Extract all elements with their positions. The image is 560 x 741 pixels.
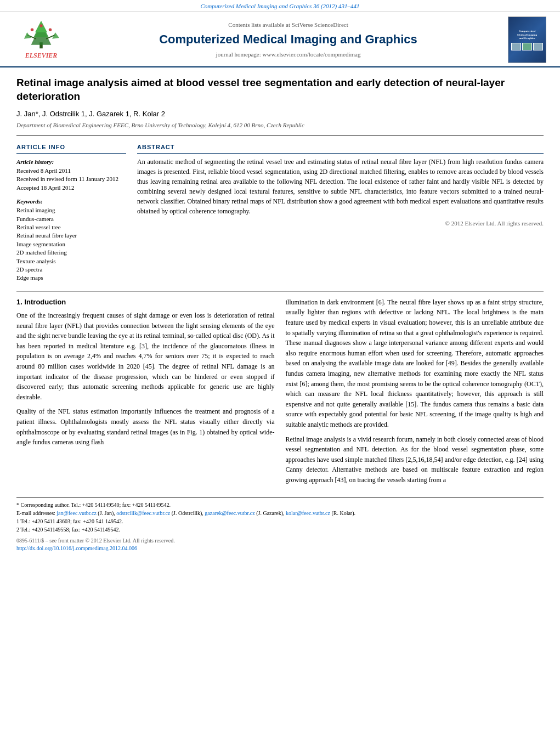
keyword-7: Texture analysis [16,257,126,265]
intro-para-2: Quality of the NFL status estimation imp… [16,406,275,447]
keyword-6: 2D matched filtering [16,248,126,257]
keywords-section: Keywords: Retinal imaging Fundus-camera … [16,196,126,282]
keyword-2: Fundus-camera [16,215,126,223]
cover-title-text: ComputerizedMedical Imagingand Graphics [517,30,537,41]
journal-bar: Computerized Medical Imaging and Graphic… [0,0,560,12]
email-gazarek-name: (J. Gazarek), [256,510,286,516]
cover-image: ComputerizedMedical Imagingand Graphics [508,16,546,63]
keywords-label: Keywords: [16,198,43,205]
abstract-column: ABSTRACT An automatic method of segmenti… [137,143,544,282]
elsevier-logo: ELSEVIER [11,20,71,60]
body-col-left: 1. Introduction One of the increasingly … [16,297,275,490]
elsevier-label: ELSEVIER [25,51,58,60]
journal-title: Computerized Medical Imaging and Graphic… [71,31,505,48]
cover-thumb-1 [511,43,521,50]
authors: J. Jan*, J. Odstrcilik 1, J. Gazarek 1, … [16,109,544,119]
svg-point-10 [39,24,43,27]
affiliation: Department of Biomedical Engineering FEE… [16,121,544,135]
abstract-header: ABSTRACT [137,143,544,153]
body-col-right: illumination in dark environment [6]. Th… [286,297,544,490]
section-divider [16,291,544,292]
keyword-5: Image segmentation [16,240,126,248]
email-context: (J. Odstrcilik), [172,510,205,516]
copyright-line: © 2012 Elsevier Ltd. All rights reserved… [137,219,544,228]
intro-para-1: One of the increasingly frequent causes … [16,310,275,402]
doi-link[interactable]: http://dx.doi.org/10.1016/j.compmedimag.… [16,545,137,551]
cover-thumb-3 [533,43,543,50]
email-label: E-mail addresses: [16,510,56,516]
received-date: Received 8 April 2011 [16,167,126,175]
journal-cover: ComputerizedMedical Imagingand Graphics [505,16,549,63]
sciverse-link: Contents lists available at SciVerse Sci… [71,21,505,29]
article-info-column: ARTICLE INFO Article history: Received 8… [16,143,126,282]
history-label: Article history: [16,159,54,165]
article-title: Retinal image analysis aimed at blood ve… [16,76,544,103]
author-list: J. Jan*, J. Odstrcilik 1, J. Gazarek 1, … [16,110,165,118]
elsevier-tree-icon [19,20,63,50]
abstract-text: An automatic method of segmenting the re… [137,157,544,216]
cover-thumb-2 [522,43,532,50]
footnote-issn: 0895-6111/$ – see front matter © 2012 El… [16,537,544,552]
article-history: Article history: Received 8 April 2011 R… [16,157,126,192]
intro-para-3: illumination in dark environment [6]. Th… [286,297,544,430]
keyword-9: Edge maps [16,274,126,282]
svg-point-9 [49,29,52,32]
intro-para-4: Retinal image analysis is a vivid resear… [286,434,544,485]
accepted-date: Accepted 18 April 2012 [16,184,126,192]
keyword-3: Retinal vessel tree [16,223,126,231]
keyword-8: 2D spectra [16,265,126,274]
svg-marker-5 [24,32,31,39]
email-jan-name: (J. Jan), [98,510,116,516]
email-odstrcilik[interactable]: odstrcilik@feec.vutbr.cz [116,510,170,516]
cover-thumbnails [511,43,543,50]
journal-homepage: journal homepage: www.elsevier.com/locat… [71,50,505,59]
footnote-fn1: 1 Tel.: +420 5411 43603; fax: +420 541 1… [16,517,544,525]
keyword-1: Retinal imaging [16,206,126,214]
journal-header-center: Contents lists available at SciVerse Sci… [71,21,505,59]
body-columns: 1. Introduction One of the increasingly … [16,297,544,490]
email-kolar-name: (R. Kolar). [331,510,355,516]
svg-point-8 [31,29,34,32]
journal-header: ELSEVIER Contents lists available at Sci… [0,12,560,67]
footnote-corresponding: * Corresponding author. Tel.: +420 54114… [16,501,544,509]
doi-label: http://dx.doi.org/10.1016/j.compmedimag.… [16,545,137,551]
email-jan[interactable]: jan@feec.vutbr.cz [56,510,97,516]
article-info-abstract: ARTICLE INFO Article history: Received 8… [16,143,544,282]
footnote-fn2: 2 Tel.: +420 541149558; fax: +420 541149… [16,525,544,534]
footnote-email: E-mail addresses: jan@feec.vutbr.cz (J. … [16,509,544,517]
received-revised-date: Received in revised form 11 January 2012 [16,175,126,183]
keyword-4: Retinal neural fibre layer [16,231,126,240]
email-gazarek[interactable]: gazarek@feec.vutbr.cz [205,510,254,516]
journal-citation: Computerized Medical Imaging and Graphic… [201,3,360,9]
section-1-title: 1. Introduction [16,297,275,307]
issn-text: 0895-6111/$ – see front matter © 2012 El… [16,538,175,544]
article-info-header: ARTICLE INFO [16,143,126,153]
main-content: Retinal image analysis aimed at blood ve… [0,67,560,563]
email-kolar[interactable]: kolar@feec.vutbr.cz [286,510,330,516]
footnote-area: * Corresponding author. Tel.: +420 54114… [16,497,544,552]
